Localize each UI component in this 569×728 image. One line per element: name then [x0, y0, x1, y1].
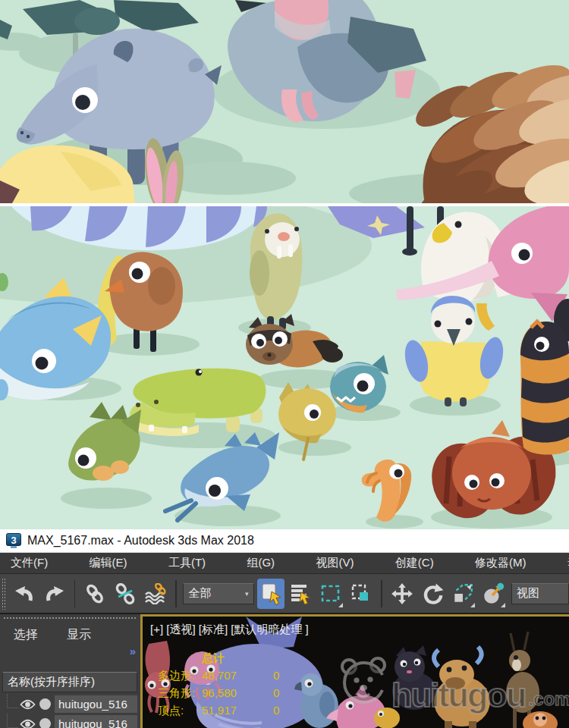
- undo-icon: [14, 583, 35, 604]
- render-scene-2: [0, 206, 569, 529]
- object-color-swatch[interactable]: [39, 718, 51, 728]
- toolbar-separator: [74, 580, 76, 607]
- workspace: 选择 显示 » 名称(按升序排序) huitugou_516: [0, 614, 569, 728]
- tree-branch-icon: [7, 714, 18, 728]
- rectangular-selection-region-button[interactable]: [317, 579, 344, 609]
- visibility-eye-icon[interactable]: [20, 699, 36, 710]
- tab-select[interactable]: 选择: [14, 627, 38, 643]
- selection-filter-dropdown[interactable]: 全部 ▾: [183, 583, 253, 604]
- bind-to-space-warp-button[interactable]: [142, 579, 169, 609]
- toolbar-drag-handle[interactable]: [2, 578, 6, 610]
- toolbar-separator: [381, 580, 382, 607]
- select-and-link-button[interactable]: [81, 579, 108, 609]
- visibility-eye-icon[interactable]: [20, 719, 36, 728]
- unlink-selection-button[interactable]: [112, 579, 139, 609]
- object-name[interactable]: huitugou_516: [55, 715, 137, 728]
- link-icon: [84, 583, 105, 604]
- shadow: [61, 488, 152, 509]
- select-and-scale-button[interactable]: [449, 579, 476, 609]
- select-by-name-icon: [289, 582, 312, 606]
- selection-filter-value: 全部: [188, 586, 211, 601]
- menu-file[interactable]: 文件(F): [11, 556, 48, 570]
- scene-explorer-panel: 选择 显示 » 名称(按升序排序) huitugou_516: [0, 614, 140, 728]
- stats-row-polys: 多边形: 48,707 0: [158, 669, 302, 683]
- shadow: [366, 515, 423, 529]
- object-color-swatch[interactable]: [39, 698, 51, 710]
- render-scene-1: [0, 0, 569, 203]
- stats-row-verts: 顶点: 51,917 0: [158, 704, 302, 718]
- striped-eel-figure: [520, 322, 569, 455]
- chevron-down-icon: ▾: [245, 590, 249, 598]
- panel-tabs: 选择 显示: [0, 620, 140, 643]
- perspective-viewport[interactable]: [+] [透视] [标准] [默认明暗处理 ]: [140, 614, 569, 728]
- window-title-bar: 3 MAX_5167.max - Autodesk 3ds Max 2018: [0, 529, 569, 553]
- move-icon: [391, 582, 413, 605]
- svg-text:3: 3: [11, 535, 16, 546]
- select-object-icon: [259, 582, 282, 606]
- rotate-icon: [421, 582, 444, 605]
- watermark-tld: .com: [528, 689, 569, 709]
- unlink-icon: [115, 583, 136, 604]
- window-crossing-icon: [350, 582, 373, 605]
- menu-create[interactable]: 创建(C): [395, 556, 434, 570]
- window-crossing-toggle-button[interactable]: [347, 579, 375, 609]
- menu-bar: 文件(F) 编辑(E) 工具(T) 组(G) 视图(V) 创建(C) 修改器(M…: [0, 553, 569, 574]
- rectangular-selection-icon: [319, 582, 342, 605]
- tree-branch-icon: [7, 694, 18, 708]
- redo-icon: [44, 583, 65, 604]
- reference-coordinate-dropdown[interactable]: 视图: [511, 583, 569, 604]
- menu-edit[interactable]: 编辑(E): [90, 556, 127, 570]
- select-by-name-button[interactable]: [288, 579, 315, 609]
- tab-display[interactable]: 显示: [67, 627, 91, 643]
- name-sort-header[interactable]: 名称(按升序排序): [2, 672, 137, 692]
- watermark-brand: huitugou: [391, 682, 525, 709]
- viewport-label[interactable]: [+] [透视] [标准] [默认明暗处理 ]: [150, 623, 309, 637]
- select-object-button[interactable]: [257, 579, 284, 609]
- redo-button[interactable]: [41, 579, 68, 609]
- select-and-rotate-button[interactable]: [419, 579, 446, 609]
- scale-icon: [451, 582, 474, 605]
- select-and-place-icon: [482, 582, 505, 605]
- bind-to-space-warp-icon: [144, 583, 167, 604]
- watermark-dog-logo: [338, 656, 388, 709]
- menu-modifiers[interactable]: 修改器(M): [475, 556, 527, 570]
- screenshot-root: 3 MAX_5167.max - Autodesk 3ds Max 2018 文…: [0, 0, 569, 728]
- stats-row-tris: 三角形: 96,580 0: [158, 686, 302, 701]
- select-and-place-button[interactable]: [479, 579, 507, 609]
- reference-coordinate-value: 视图: [517, 586, 539, 601]
- menu-tools[interactable]: 工具(T): [168, 556, 206, 570]
- scene-list-row[interactable]: huitugou_516: [2, 714, 137, 728]
- expand-panel-chevron[interactable]: »: [130, 645, 134, 657]
- render-preview-middle: [0, 206, 569, 529]
- window-title: MAX_5167.max - Autodesk 3ds Max 2018: [27, 534, 254, 548]
- watermark: huitugou .com: [338, 656, 569, 709]
- stats-total-label: 总计: [202, 651, 225, 666]
- render-preview-top: [0, 0, 569, 203]
- undo-button[interactable]: [11, 579, 38, 609]
- 3ds-max-app-icon: 3: [6, 533, 21, 548]
- object-name[interactable]: huitugou_516: [55, 695, 137, 713]
- menu-views[interactable]: 视图(V): [316, 556, 354, 570]
- select-and-move-button[interactable]: [388, 579, 416, 609]
- main-toolbar: 全部 ▾: [0, 574, 569, 614]
- menu-group[interactable]: 组(G): [247, 556, 275, 570]
- scene-list-row[interactable]: huitugou_516: [2, 695, 137, 714]
- toolbar-separator: [175, 580, 177, 607]
